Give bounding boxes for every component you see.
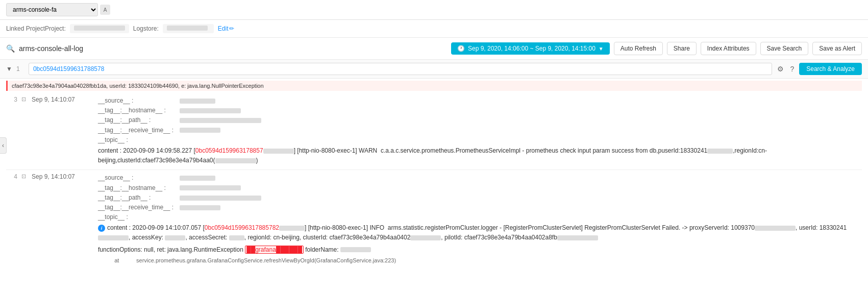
log-content: cfaef73c98e3e4a7904aa04028fbb1da, userId… [0,79,868,268]
log-row: 4 ⊡ Sep 9, 14:10:07 __source__ : __tag__… [6,170,862,268]
query-toggle[interactable]: ▼ [6,65,12,72]
index-attributes-button[interactable]: Index Attributes [701,42,756,55]
time-range-label: Sep 9, 2020, 14:06:00 ~ Sep 9, 2020, 14:… [468,45,596,52]
field-value [180,106,862,115]
field-value [180,126,862,135]
error-bar: cfaef73c98e3e4a7904aa04028fbb1da, userId… [6,81,862,91]
auto-refresh-button[interactable]: Auto Refresh [614,42,663,55]
edit-label: Edit [218,25,229,32]
log-field: __tag__:__hostname__ : [98,183,862,193]
log-content-line: content : 2020-09-09 14:09:58.227 [0bc05… [98,145,862,166]
time-picker-button[interactable]: 🕐 Sep 9, 2020, 14:06:00 ~ Sep 9, 2020, 1… [451,42,610,55]
linked-project-value [70,24,129,33]
log-field: __tag__:__receive_time__ : [98,203,862,212]
field-name: __tag__:__hostname__ : [98,106,180,115]
field-name: __tag__:__hostname__ : [98,183,180,193]
log-content-line-2: functionOptions: null, ret: java.lang.Ru… [98,244,862,256]
log-field: __topic__ : [98,135,862,145]
query-actions: ⚙ ? [776,64,795,74]
log-field: __tag__:__path__ : [98,115,862,125]
field-value [180,193,862,203]
logstore-label: Logstore: [133,25,159,32]
log-fields: __source__ : __tag__:__hostname__ : __ta… [98,173,862,268]
log-field: __tag__:__receive_time__ : [98,126,862,135]
log-fields: __source__ : __tag__:__hostname__ : __ta… [98,96,862,166]
log-field: __tag__:__hostname__ : [98,106,862,115]
stack-trace-line: at service.prometheus.grafana.GrafanaCon… [108,256,862,265]
project-icon: A [100,5,110,15]
field-value [180,96,862,106]
log-field: __topic__ : [98,212,862,222]
edit-icon: ✏ [229,25,234,32]
logstore-value [163,24,214,33]
log-timestamp: Sep 9, 14:10:07 [32,173,98,180]
linked-bar: Linked ProjectProject: Logstore: Edit ✏ [0,20,868,38]
log-row-number: 3 [6,96,21,103]
log-timestamp: Sep 9, 14:10:07 [32,96,98,103]
search-bar: 🔍 arms-console-all-log 🕐 Sep 9, 2020, 14… [0,38,868,60]
field-name: __topic__ : [98,135,180,145]
log-field: __source__ : [98,173,862,183]
search-title: arms-console-all-log [19,44,83,53]
highlight-value: 0bc0594d159963178857 [195,147,263,154]
search-circle-icon: 🔍 [6,44,15,53]
field-value [180,183,862,193]
caret-down-icon: ▼ [599,46,604,52]
search-analyze-button[interactable]: Search & Analyze [799,63,862,75]
save-search-button[interactable]: Save Search [760,42,809,55]
settings-icon-button[interactable]: ⚙ [776,64,785,74]
info-icon: i [98,225,105,232]
highlight-box: ██grafana██████ [245,246,304,254]
save-as-alert-button[interactable]: Save as Alert [812,42,862,55]
query-input[interactable] [29,63,773,75]
share-button[interactable]: Share [667,42,697,55]
query-row: ▼ 1 ⚙ ? Search & Analyze [0,60,868,79]
field-name: __tag__:__path__ : [98,193,180,203]
log-content-line: icontent : 2020-09-09 14:10:07.057 [0bc0… [98,222,862,244]
top-bar: arms-console-fa A [0,0,868,20]
field-name: __tag__:__receive_time__ : [98,203,180,212]
linked-project-label: Linked ProjectProject: [6,25,66,32]
field-value [180,173,862,183]
project-select[interactable]: arms-console-fa [6,3,98,16]
project-select-container: arms-console-fa A [6,3,110,16]
sidebar-toggle[interactable]: ‹ [0,137,7,154]
stack-trace-line: at service.prometheus.grafana.GrafanaCon… [108,265,862,268]
field-value [180,203,862,212]
field-name: __source__ : [98,173,180,183]
field-name: __tag__:__receive_time__ : [98,126,180,135]
log-row: 3 ⊡ Sep 9, 14:10:07 __source__ : __tag__… [6,93,862,170]
field-name: __source__ : [98,96,180,106]
field-name: __topic__ : [98,212,180,222]
query-number: 1 [16,65,24,72]
expand-icon[interactable]: ⊡ [21,96,32,103]
log-field: __tag__:__path__ : [98,193,862,203]
field-name: __tag__:__path__ : [98,115,180,125]
clock-icon: 🕐 [457,45,465,52]
expand-icon[interactable]: ⊡ [21,173,32,180]
field-value [180,115,862,125]
help-icon-button[interactable]: ? [789,64,795,74]
stack-trace: at service.prometheus.grafana.GrafanaCon… [98,256,862,268]
edit-link[interactable]: Edit ✏ [218,25,235,32]
log-row-number: 4 [6,173,21,180]
log-field: __source__ : [98,96,862,106]
highlight-value: 0bc0594d15996317885782 [205,224,279,231]
